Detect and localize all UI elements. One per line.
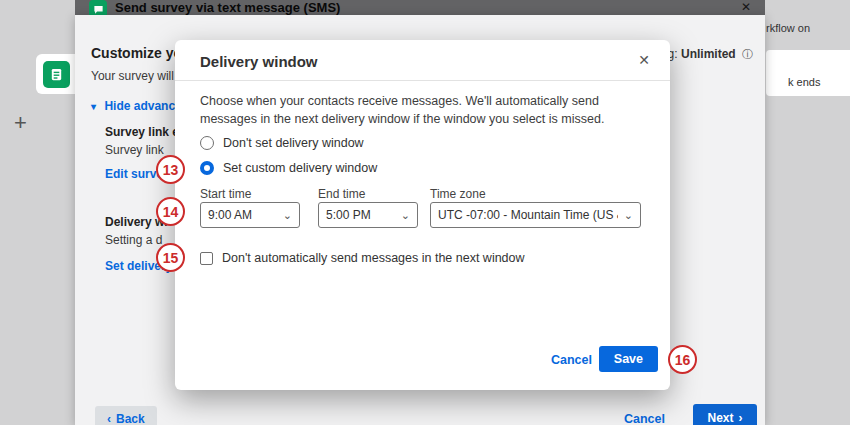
end-time-value: 5:00 PM [326,208,371,222]
sms-cancel-button[interactable]: Cancel [624,412,665,425]
screen: + rkflow on k ends Send survey via text … [0,0,850,425]
remaining-value: Unlimited [681,47,736,61]
next-label: Next [707,411,733,425]
delivery-cancel-button[interactable]: Cancel [551,353,592,367]
workflow-toggle-label: rkflow on [766,22,810,34]
checkbox-icon[interactable] [200,252,213,265]
time-zone-select[interactable]: UTC -07:00 - Mountain Time (US & Ca... ⌄ [430,202,641,228]
delivery-window-modal: Delivery window ✕ Choose when your conta… [175,40,670,390]
sms-modal-title: Send survey via text message (SMS) [115,0,741,15]
back-button[interactable]: ‹ Back [95,406,157,425]
time-zone-label: Time zone [430,187,486,201]
close-icon[interactable]: ✕ [638,52,650,68]
delivery-text: Setting a d [105,233,162,247]
annotation-16: 16 [668,345,697,374]
next-button[interactable]: Next › [693,404,757,425]
start-time-select[interactable]: 9:00 AM ⌄ [200,202,300,228]
survey-link-text: Survey link [105,143,164,157]
dont-send-next-window-checkbox-row[interactable]: Don't automatically send messages in the… [200,251,525,265]
workflow-end-card: k ends [766,50,850,96]
chevron-down-icon: ⌄ [624,209,633,222]
chevron-left-icon: ‹ [107,412,111,425]
info-icon[interactable]: ⓘ [742,48,753,60]
radio-icon[interactable] [200,136,214,150]
add-step-button[interactable]: + [14,110,27,136]
back-label: Back [116,412,145,425]
checkbox-label: Don't automatically send messages in the… [222,251,525,265]
sms-icon [89,0,107,15]
chevron-down-icon: ⌄ [283,209,292,222]
radio-label: Set custom delivery window [223,161,377,175]
annotation-15: 15 [156,243,185,272]
radio-dont-set-delivery-window[interactable]: Don't set delivery window [200,136,364,150]
annotation-14: 14 [156,197,185,226]
survey-task-icon [43,61,70,88]
workflow-end-label: k ends [788,76,820,88]
start-time-value: 9:00 AM [208,208,252,222]
end-time-label: End time [318,187,365,201]
save-button[interactable]: Save [599,346,658,372]
chevron-down-icon: ⌄ [401,209,410,222]
delivery-modal-header: Delivery window ✕ [175,40,670,81]
end-time-select[interactable]: 5:00 PM ⌄ [318,202,418,228]
close-icon[interactable]: ✕ [741,0,751,15]
radio-set-custom-delivery-window[interactable]: Set custom delivery window [200,161,377,175]
chevron-down-icon: ▾ [91,101,96,112]
radio-label: Don't set delivery window [223,136,364,150]
chevron-right-icon: › [739,411,743,425]
start-time-label: Start time [200,187,251,201]
delivery-description: Choose when your contacts receive messag… [200,93,650,128]
delivery-modal-title: Delivery window [200,53,318,70]
time-zone-value: UTC -07:00 - Mountain Time (US & Ca... [438,208,618,222]
annotation-13: 13 [156,155,185,184]
radio-selected-icon[interactable] [200,161,214,175]
sms-modal-header: Send survey via text message (SMS) ✕ [75,0,765,15]
